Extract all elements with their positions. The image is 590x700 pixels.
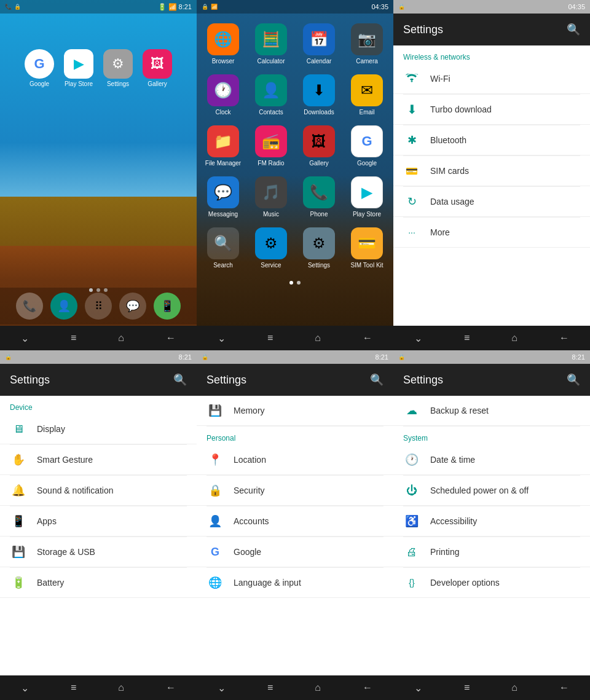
nav-home-b3[interactable]: ⌂ xyxy=(511,682,517,693)
settings-google[interactable]: G Google xyxy=(197,537,393,567)
storage-icon: 💾 xyxy=(10,543,27,560)
settings-sim[interactable]: 💳 SIM cards xyxy=(393,156,590,186)
nav-down-3[interactable]: ⌄ xyxy=(414,332,422,344)
app-email[interactable]: ✉ Email xyxy=(345,72,388,118)
settings-developer[interactable]: {} Developer options xyxy=(393,568,590,598)
settings-turbo[interactable]: ⬇ Turbo download xyxy=(393,95,590,125)
settings-backup[interactable]: ☁ Backup & reset xyxy=(393,396,590,426)
nav-home-3[interactable]: ⌂ xyxy=(511,332,517,344)
nav-menu-b1[interactable]: ≡ xyxy=(71,682,76,693)
settings-display[interactable]: 🖥 Display xyxy=(0,414,197,444)
home-app-settings[interactable]: ⚙ Settings xyxy=(102,49,134,87)
nav-menu-3[interactable]: ≡ xyxy=(464,332,470,344)
settings-scheduled-power[interactable]: ⏻ Scheduled power on & off xyxy=(393,476,590,506)
settings-location[interactable]: 📍 Location xyxy=(197,445,393,475)
settings-storage[interactable]: 💾 Storage & USB xyxy=(0,537,197,567)
app-music[interactable]: 🎵 Music xyxy=(250,174,293,220)
app-calculator[interactable]: 🧮 Calculator xyxy=(250,21,293,67)
app-gallery[interactable]: 🖼 Gallery xyxy=(297,123,340,169)
nav-down-b1[interactable]: ⌄ xyxy=(21,682,29,694)
app-contacts[interactable]: 👤 Contacts xyxy=(250,72,293,118)
dock-green[interactable]: 📱 xyxy=(154,293,181,320)
home-app-playstore[interactable]: ▶ Play Store xyxy=(63,49,95,87)
nav-down-b2[interactable]: ⌄ xyxy=(218,682,226,694)
nav-down-b3[interactable]: ⌄ xyxy=(414,682,422,694)
app-camera[interactable]: 📷 Camera xyxy=(345,21,388,67)
dock-phone[interactable]: 📞 xyxy=(16,293,43,320)
search-icon-b3[interactable]: 🔍 xyxy=(567,373,580,387)
nav-back-3[interactable]: ← xyxy=(559,332,569,344)
datetime-label: Date & time xyxy=(430,455,475,465)
settings-accounts[interactable]: 👤 Accounts xyxy=(197,506,393,537)
settings-language[interactable]: 🌐 Language & input xyxy=(197,568,393,598)
search-icon-b1[interactable]: 🔍 xyxy=(173,373,187,387)
app-fmradio[interactable]: 📻 FM Radio xyxy=(250,123,293,169)
dock-apps[interactable]: ⠿ xyxy=(85,293,112,320)
dock-contacts[interactable]: 👤 xyxy=(50,293,77,320)
time-3: 04:35 xyxy=(568,3,585,10)
display-label: Display xyxy=(37,424,65,434)
nav-menu-1[interactable]: ≡ xyxy=(71,332,76,344)
app-google[interactable]: G Google xyxy=(345,123,388,169)
nav-back-b1[interactable]: ← xyxy=(166,682,176,693)
app-simtoolkit[interactable]: 💳 SIM Tool Kit xyxy=(345,225,388,271)
ground-bg xyxy=(0,197,197,246)
search-icon-b2[interactable]: 🔍 xyxy=(370,373,384,387)
nav-down-2[interactable]: ⌄ xyxy=(218,332,226,344)
app-clock[interactable]: 🕐 Clock xyxy=(202,72,245,118)
settings-bluetooth[interactable]: ✱ Bluetooth xyxy=(393,125,590,155)
settings-apps[interactable]: 📱 Apps xyxy=(0,506,197,537)
nav-back-2[interactable]: ← xyxy=(363,332,372,344)
nav-menu-2[interactable]: ≡ xyxy=(267,332,273,344)
settings-printing[interactable]: 🖨 Printing xyxy=(393,537,590,567)
nav-back-b3[interactable]: ← xyxy=(559,682,569,693)
app-browser[interactable]: 🌐 Browser xyxy=(202,21,245,67)
nav-home-1[interactable]: ⌂ xyxy=(118,332,124,344)
power-icon: ⏻ xyxy=(403,482,420,499)
nav-home-b2[interactable]: ⌂ xyxy=(315,682,321,693)
nav-back-b2[interactable]: ← xyxy=(363,682,372,693)
settings-more[interactable]: ··· More xyxy=(393,218,590,248)
settings-sound[interactable]: 🔔 Sound & notification xyxy=(0,476,197,506)
settings-icon2: ⚙ xyxy=(312,235,326,252)
settings-accessibility[interactable]: ♿ Accessibility xyxy=(393,506,590,537)
gallery-label2: Gallery xyxy=(309,160,329,167)
settings-wifi[interactable]: Wi-Fi xyxy=(393,64,590,94)
more-label: More xyxy=(430,227,450,237)
app-messaging[interactable]: 💬 Messaging xyxy=(202,174,245,220)
nav-menu-b2[interactable]: ≡ xyxy=(267,682,273,693)
settings-battery[interactable]: 🔋 Battery xyxy=(0,568,197,598)
nav-down-1[interactable]: ⌄ xyxy=(21,332,29,344)
app-phone[interactable]: 📞 Phone xyxy=(297,174,340,220)
lock-icon-3: 🔒 xyxy=(398,4,405,10)
app-settings2[interactable]: ⚙ Settings xyxy=(297,225,340,271)
messaging-icon: 💬 xyxy=(214,184,232,201)
settings-data[interactable]: ↻ Data usage xyxy=(393,187,590,217)
settings-smartgesture[interactable]: ✋ Smart Gesture xyxy=(0,445,197,475)
developer-icon: {} xyxy=(403,574,420,591)
nav-menu-b3[interactable]: ≡ xyxy=(464,682,470,693)
turbo-label: Turbo download xyxy=(430,104,492,114)
bottom-screen2-personal: 🔒 8:21 Settings 🔍 💾 Memory Personal 📍 Lo… xyxy=(197,350,393,700)
app-playstore[interactable]: ▶ Play Store xyxy=(345,174,388,220)
settings-datetime[interactable]: 🕐 Date & time xyxy=(393,445,590,475)
app-service[interactable]: ⚙ Service xyxy=(250,225,293,271)
app-filemanager[interactable]: 📁 File Manager xyxy=(202,123,245,169)
app-calendar[interactable]: 📅 Calendar xyxy=(297,21,340,67)
settings-security[interactable]: 🔒 Security xyxy=(197,476,393,506)
search-icon2: 🔍 xyxy=(214,235,232,252)
dock-messages[interactable]: 💬 xyxy=(119,293,146,320)
signal-icon-1: 📶 xyxy=(168,3,177,11)
app-downloads[interactable]: ⬇ Downloads xyxy=(297,72,340,118)
nav-home-2[interactable]: ⌂ xyxy=(315,332,321,344)
app-search[interactable]: 🔍 Search xyxy=(202,225,245,271)
nav-back-1[interactable]: ← xyxy=(166,332,176,344)
sim-label: SIM cards xyxy=(430,166,469,176)
home-app-google[interactable]: G Google xyxy=(23,49,55,87)
home-app-gallery[interactable]: 🖼 Gallery xyxy=(141,49,173,87)
settings-memory[interactable]: 💾 Memory xyxy=(197,396,393,426)
nav-home-b1[interactable]: ⌂ xyxy=(118,682,124,693)
search-icon-3[interactable]: 🔍 xyxy=(567,23,580,36)
sound-icon: 🔔 xyxy=(10,482,27,499)
contacts-icon: 👤 xyxy=(262,82,280,99)
